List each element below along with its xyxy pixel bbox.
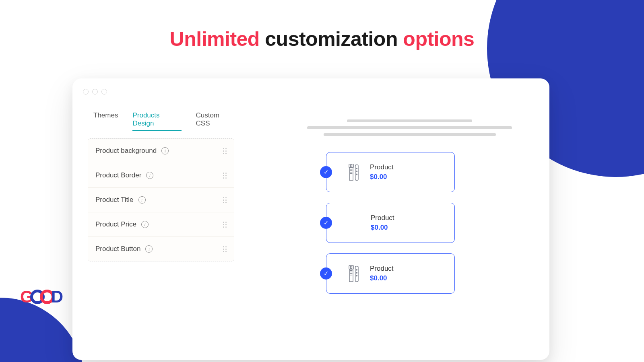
option-product-title[interactable]: Product Title i [88,188,234,212]
browser-window: Themes Products Design Custom CSS Produc… [72,78,549,360]
preview-column: ✓ [242,107,549,360]
good-logo: G D [20,287,62,306]
tab-themes[interactable]: Themes [93,111,118,131]
belt-product-icon [347,163,361,181]
svg-point-21 [356,275,357,276]
svg-point-9 [356,171,357,172]
drag-handle-icon[interactable] [223,173,227,179]
info-icon[interactable]: i [141,221,149,228]
product-preview-list: ✓ [302,152,517,294]
info-icon[interactable]: i [138,196,146,204]
headline-word-2: customization [265,28,398,50]
product-price: $0.00 [370,173,394,181]
logo-letter-d: D [51,287,62,306]
drag-handle-icon[interactable] [223,197,227,203]
tab-products-design[interactable]: Products Design [132,111,181,131]
decorative-circle-bottom-left [0,298,85,362]
option-product-button[interactable]: Product Button i [88,237,234,261]
svg-point-20 [356,272,357,273]
product-title: Product [371,214,394,222]
svg-point-10 [356,174,357,175]
info-icon[interactable]: i [146,172,153,179]
product-title: Product [370,265,394,273]
traffic-light-icon [83,89,89,95]
product-title: Product [370,163,394,171]
svg-rect-12 [351,266,352,269]
tab-custom-css[interactable]: Custom CSS [196,111,234,131]
product-card[interactable]: ✓ [326,152,455,192]
svg-point-8 [356,168,357,169]
traffic-light-icon [101,89,107,95]
headline-word-3: options [403,28,474,50]
product-card[interactable]: ✓ Product $0.00 [326,203,455,243]
drag-handle-icon[interactable] [223,222,227,228]
placeholder-line [347,119,472,122]
svg-rect-2 [349,168,353,180]
design-options-panel: Product background i Product Border i [88,138,234,261]
svg-rect-13 [349,269,353,282]
placeholder-line [324,133,496,136]
check-badge-icon: ✓ [320,166,332,178]
placeholder-text-lines [302,119,517,136]
info-icon[interactable]: i [145,245,153,253]
option-label: Product Button [95,245,140,253]
option-label: Product Price [95,220,136,228]
belt-product-icon [347,265,361,282]
product-price: $0.00 [371,224,394,232]
placeholder-line [307,126,512,129]
svg-rect-7 [355,165,358,181]
svg-rect-18 [355,266,358,282]
option-product-price[interactable]: Product Price i [88,212,234,237]
svg-rect-1 [351,165,352,167]
design-tabs: Themes Products Design Custom CSS [88,111,234,131]
product-card[interactable]: ✓ [326,253,455,294]
option-label: Product Border [95,171,141,179]
design-settings-column: Themes Products Design Custom CSS Produc… [72,107,242,360]
info-icon[interactable]: i [161,147,169,154]
window-traffic-lights [83,89,107,95]
drag-handle-icon[interactable] [223,148,227,154]
option-label: Product background [95,147,157,155]
check-badge-icon: ✓ [320,217,332,229]
option-label: Product Title [95,196,134,204]
product-price: $0.00 [370,274,394,282]
option-product-border[interactable]: Product Border i [88,163,234,188]
check-badge-icon: ✓ [320,267,332,280]
svg-point-19 [356,269,357,270]
headline-word-1: Unlimited [170,28,260,50]
traffic-light-icon [92,89,98,95]
headline: Unlimited customization options [0,27,644,51]
drag-handle-icon[interactable] [223,246,227,252]
option-product-background[interactable]: Product background i [88,139,234,163]
